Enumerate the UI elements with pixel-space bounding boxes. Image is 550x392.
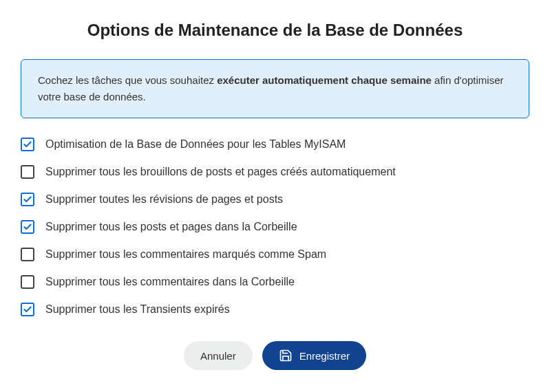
option-checkbox[interactable] xyxy=(21,220,34,234)
option-checkbox[interactable] xyxy=(21,165,34,179)
option-row: Optimisation de la Base de Données pour … xyxy=(21,138,529,151)
option-checkbox[interactable] xyxy=(21,303,34,316)
modal-title: Options de Maintenance de la Base de Don… xyxy=(21,21,529,40)
option-label: Supprimer toutes les révisions de pages … xyxy=(45,193,283,206)
option-checkbox[interactable] xyxy=(21,248,34,261)
option-row: Supprimer tous les brouillons de posts e… xyxy=(21,165,529,179)
cancel-button[interactable]: Annuler xyxy=(184,341,253,370)
option-row: Supprimer toutes les révisions de pages … xyxy=(21,193,529,206)
option-row: Supprimer tous les Transients expirés xyxy=(21,303,529,316)
option-label: Optimisation de la Base de Données pour … xyxy=(45,138,346,151)
modal-footer: Annuler Enregistrer xyxy=(21,341,529,370)
save-button[interactable]: Enregistrer xyxy=(262,341,366,370)
option-row: Supprimer tous les commentaires dans la … xyxy=(21,275,529,289)
save-button-label: Enregistrer xyxy=(299,350,350,362)
option-row: Supprimer tous les posts et pages dans l… xyxy=(21,220,529,234)
info-text-bold: exécuter automatiquement chaque semaine xyxy=(217,74,432,86)
info-banner: Cochez les tâches que vous souhaitez exé… xyxy=(21,59,529,118)
option-label: Supprimer tous les Transients expirés xyxy=(45,303,230,316)
options-list: Optimisation de la Base de Données pour … xyxy=(21,138,529,316)
option-label: Supprimer tous les commentaires marqués … xyxy=(45,248,326,261)
option-label: Supprimer tous les posts et pages dans l… xyxy=(45,221,297,233)
option-label: Supprimer tous les brouillons de posts e… xyxy=(45,166,396,178)
option-checkbox[interactable] xyxy=(21,138,34,151)
option-row: Supprimer tous les commentaires marqués … xyxy=(21,248,529,261)
info-text-pre: Cochez les tâches que vous souhaitez xyxy=(38,74,217,86)
option-checkbox[interactable] xyxy=(21,193,34,206)
option-checkbox[interactable] xyxy=(21,275,34,289)
save-icon xyxy=(279,349,293,362)
option-label: Supprimer tous les commentaires dans la … xyxy=(45,276,295,288)
